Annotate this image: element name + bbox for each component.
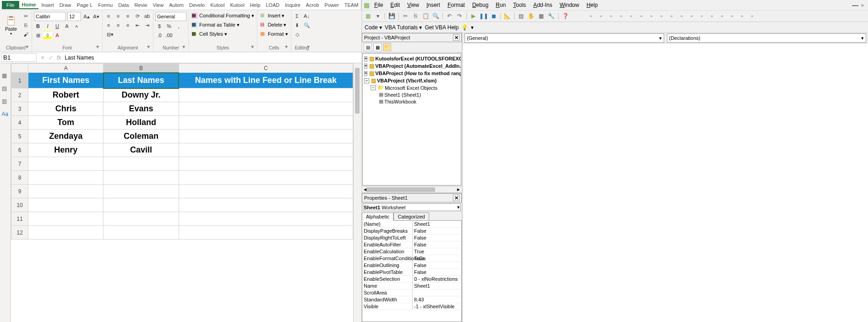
excel-app-icon[interactable]: ▦ <box>364 1 370 9</box>
tb2-icon15[interactable]: ▫ <box>728 12 736 20</box>
spreadsheet-table[interactable]: A B C 1First NamesLast NamesNames with L… <box>11 63 353 240</box>
property-value[interactable]: False <box>413 262 461 268</box>
cancel-formula-icon[interactable]: ✕ <box>40 55 45 61</box>
bold-button[interactable]: B <box>34 22 42 30</box>
cell-C6[interactable] <box>179 143 353 157</box>
vba-menu-help[interactable]: Help <box>583 1 601 9</box>
decrease-indent-button[interactable]: ⇤ <box>133 21 142 29</box>
tree-node[interactable]: ▦ThisWorkbook <box>364 98 459 105</box>
row-header-8[interactable]: 8 <box>11 171 28 185</box>
normal-view-icon[interactable]: ▦ <box>2 72 9 80</box>
font-size-small-icon[interactable]: A <box>72 22 81 30</box>
format-as-table-button[interactable]: ▦Format as Table ▾ <box>191 21 255 28</box>
redo-icon[interactable]: ↷ <box>455 12 464 20</box>
tb2-icon6[interactable]: ▫ <box>637 12 645 20</box>
code-procedure-combo[interactable]: (Declarations)▾ <box>667 33 867 43</box>
property-value[interactable]: True <box>413 248 461 255</box>
property-row[interactable]: EnableCalculationTrue <box>362 248 461 255</box>
wrap-text-button[interactable]: ab <box>143 12 151 20</box>
design-mode-icon[interactable]: 📐 <box>503 12 512 20</box>
cell-B12[interactable] <box>104 226 179 240</box>
ribbon-tab-power[interactable]: Power <box>322 1 342 9</box>
toolbox-icon[interactable]: 🔧 <box>547 12 556 20</box>
ribbon-tab-autom[interactable]: Autom <box>166 1 186 9</box>
ribbon-tab-kutool[interactable]: Kutool <box>227 1 247 9</box>
align-middle-button[interactable]: ≡ <box>114 12 122 20</box>
font-color-button[interactable]: A <box>53 31 61 39</box>
tb2-icon7[interactable]: ▫ <box>647 12 655 20</box>
select-all-corner[interactable] <box>11 64 28 73</box>
copy-icon[interactable]: ⎘ <box>411 12 420 20</box>
font-name-combo[interactable] <box>34 12 66 21</box>
reset-icon[interactable]: ◼ <box>490 12 498 20</box>
vba-menu-debug[interactable]: Debug <box>469 1 492 9</box>
align-right-button[interactable]: ≡ <box>124 21 132 29</box>
row-header-4[interactable]: 4 <box>11 116 28 130</box>
tb2-icon3[interactable]: ▫ <box>607 12 615 20</box>
tb2-icon1[interactable]: ▫ <box>587 12 595 20</box>
cell-A6[interactable]: Henry <box>28 143 103 157</box>
properties-object-combo[interactable]: Sheet1 Worksheet▾ <box>363 203 461 211</box>
tb2-icon17[interactable]: ▫ <box>748 12 756 20</box>
vba-menu-run[interactable]: Run <box>492 1 509 9</box>
tb2-icon10[interactable]: ▫ <box>677 12 686 20</box>
run-icon[interactable]: ▶ <box>469 12 478 20</box>
ribbon-tab-pagel[interactable]: Page L <box>74 1 95 9</box>
autosum-button[interactable]: Σ <box>293 12 301 20</box>
ribbon-tab-load[interactable]: LOAD <box>263 1 282 9</box>
property-row[interactable]: (Name)Sheet1 <box>362 221 461 228</box>
insert-module-icon[interactable]: ▾ <box>374 12 382 20</box>
tree-node[interactable]: +▨KutoolsforExcel (KUTOOLSFOREXCEL.XLA <box>364 55 459 62</box>
cell-C12[interactable] <box>179 226 353 240</box>
cell-C11[interactable] <box>179 212 353 226</box>
row-header-1[interactable]: 1 <box>11 73 28 88</box>
toggle-folders-icon[interactable]: 📁 <box>383 43 391 51</box>
copy-button[interactable]: ⎘ <box>22 21 30 29</box>
row-header-2[interactable]: 2 <box>11 88 28 102</box>
fill-color-button[interactable]: ◊ <box>44 31 52 39</box>
align-left-button[interactable]: ≡ <box>104 21 113 29</box>
tree-node[interactable]: −📁Microsoft Excel Objects <box>364 84 459 91</box>
property-value[interactable]: False <box>413 269 461 275</box>
tb2-icon12[interactable]: ▫ <box>698 12 706 20</box>
cell-B7[interactable] <box>104 157 179 171</box>
toolbar-overflow-icon[interactable]: ▾ <box>471 24 474 31</box>
help-icon[interactable]: ❓ <box>561 12 569 20</box>
tb2-icon2[interactable]: ▫ <box>597 12 605 20</box>
sort-filter-button[interactable]: A↓ <box>303 12 311 20</box>
cell-A7[interactable] <box>28 157 103 171</box>
get-vba-help-button[interactable]: Get VBA Help <box>425 24 459 31</box>
property-value[interactable]: False <box>413 241 461 248</box>
restore-button[interactable]: ▫ <box>861 1 863 9</box>
code-text-area[interactable] <box>463 44 868 322</box>
cell-C7[interactable] <box>179 157 353 171</box>
row-header-3[interactable]: 3 <box>11 102 28 116</box>
cell-A10[interactable] <box>28 198 103 212</box>
tb2-icon4[interactable]: ▫ <box>617 12 625 20</box>
vba-menu-view[interactable]: View <box>404 1 423 9</box>
cell-C2[interactable] <box>179 88 353 102</box>
properties-grid[interactable]: (Name)Sheet1DisplayPageBreaksFalseDispla… <box>362 220 462 322</box>
vba-menu-add-ins[interactable]: Add-Ins <box>530 1 556 9</box>
view-code-icon[interactable]: ▤ <box>364 43 372 51</box>
row-header-10[interactable]: 10 <box>11 198 28 212</box>
page-break-view-icon[interactable]: ▤ <box>2 85 9 93</box>
vba-menu-window[interactable]: Window <box>556 1 583 9</box>
property-value[interactable]: False <box>413 235 461 241</box>
decrease-decimal-button[interactable]: .00 <box>165 31 173 39</box>
fx-icon[interactable]: fx <box>57 55 61 61</box>
project-explorer-icon[interactable]: ▤ <box>517 12 525 20</box>
property-row[interactable]: NameSheet1 <box>362 283 461 289</box>
properties-tab-alphabetic[interactable]: Alphabetic <box>362 213 393 221</box>
code-object-combo[interactable]: (General)▾ <box>464 33 664 43</box>
project-tree[interactable]: +▨KutoolsforExcel (KUTOOLSFOREXCEL.XLA+▨… <box>362 53 461 186</box>
formula-text[interactable]: Last Names <box>65 55 94 61</box>
tree-node[interactable]: −▨VBAProject (Vbcrlf.xlsm) <box>364 77 459 84</box>
cell-B10[interactable] <box>104 198 179 212</box>
tree-node[interactable]: ▦Sheet1 (Sheet1) <box>364 91 459 98</box>
align-top-button[interactable]: ≡ <box>104 12 113 20</box>
vba-menu-edit[interactable]: Edit <box>387 1 404 9</box>
increase-decimal-button[interactable]: .0 <box>155 31 164 39</box>
increase-indent-button[interactable]: ⇥ <box>143 21 151 29</box>
property-row[interactable]: EnableOutliningFalse <box>362 262 461 269</box>
